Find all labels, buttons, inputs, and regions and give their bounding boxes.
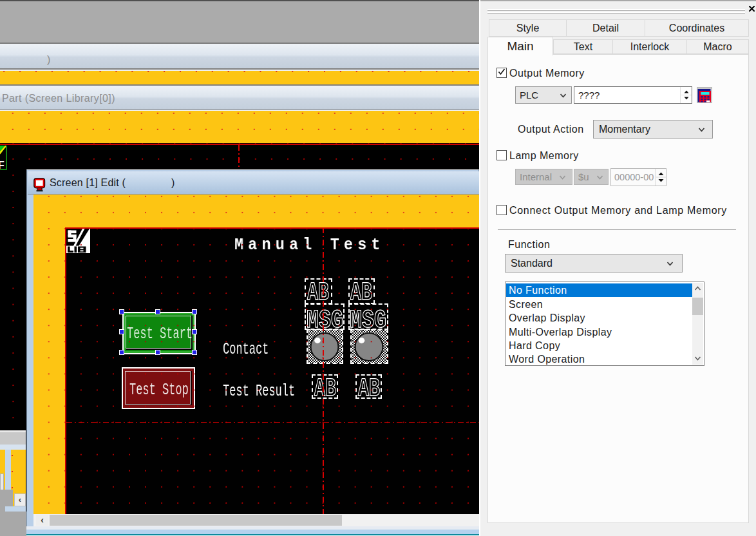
svg-text:AB: AB (307, 279, 329, 308)
svg-text:AB: AB (314, 375, 336, 404)
svg-text:AB: AB (350, 279, 372, 308)
svg-text:AB: AB (358, 375, 380, 404)
